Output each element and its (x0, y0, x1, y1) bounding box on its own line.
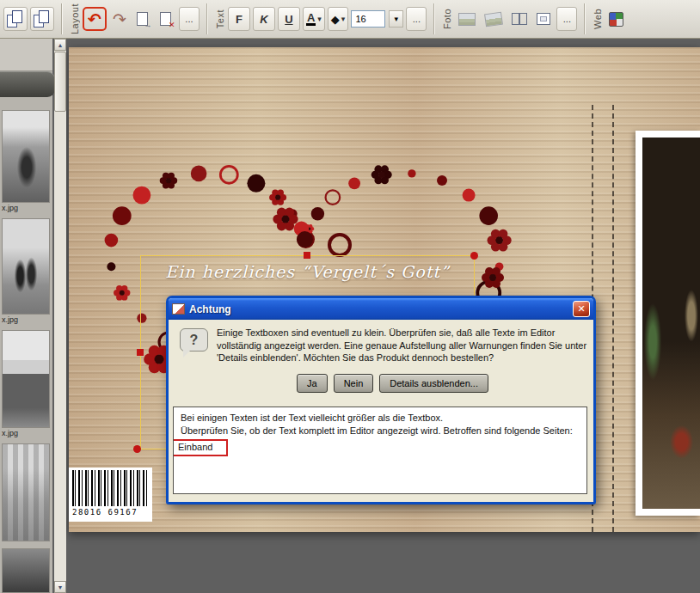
dialog-button-row: Ja Nein Details ausblenden... (297, 374, 488, 393)
toolbar-group-text-label: Text (215, 9, 225, 28)
columns-icon (512, 13, 527, 25)
redo-button[interactable]: ↷ (109, 7, 130, 31)
font-color-icon: A (306, 13, 316, 26)
scroll-up-button[interactable]: ▲ (54, 39, 66, 51)
italic-button[interactable]: K (253, 7, 275, 31)
photo-thumbnail-label: x.jpg (2, 429, 50, 438)
details-line: Überprüfen Sie, ob der Text komplett im … (181, 425, 580, 437)
cover-photo-frame[interactable] (636, 131, 700, 516)
frame-icon (537, 13, 550, 25)
details-panel: Bei einigen Texten ist der Text vielleic… (173, 407, 587, 494)
toolbar-separator (61, 3, 63, 34)
font-color-button[interactable]: A ▾ (303, 7, 325, 31)
photo-effect-button[interactable] (455, 7, 479, 31)
dialog-titlebar[interactable]: Achtung ✕ (169, 298, 593, 320)
photo-rotate-button[interactable] (482, 7, 506, 31)
toolbar-separator (433, 3, 435, 34)
cover-photo-image (642, 138, 700, 509)
dialog-app-icon (172, 303, 185, 315)
selection-handle[interactable] (133, 445, 141, 453)
photo-thumbnail-label: x.jpg (2, 315, 50, 325)
photo-thumbnail[interactable] (2, 548, 50, 593)
selection-handle[interactable] (470, 252, 478, 260)
details-line: Bei einigen Texten ist der Text vielleic… (181, 412, 580, 425)
photo-thumbnail-label: x.jpg (2, 204, 50, 213)
toolbar-group-layout-label: Layout (70, 3, 80, 34)
scroll-down-button[interactable]: ▼ (54, 581, 66, 593)
foto-more-button[interactable]: ... (556, 7, 577, 31)
no-button[interactable]: Nein (334, 374, 374, 393)
app-window: Layout ↶ ↷ → ✕ ... Text F K U A ▾ ◆ ▾ 16… (0, 0, 700, 593)
fold-line (612, 105, 614, 532)
yes-button[interactable]: Ja (297, 374, 328, 393)
toolbar-group-web-label: Web (593, 9, 603, 29)
redo-icon: ↷ (113, 11, 126, 28)
fill-color-icon: ◆ (331, 14, 340, 25)
bold-button[interactable]: F (228, 7, 250, 31)
underline-button[interactable]: U (278, 7, 300, 31)
affected-page-ref: Einband (173, 439, 228, 456)
layout-more-button[interactable]: ... (179, 7, 200, 31)
photo-thumbnail[interactable] (2, 330, 50, 428)
undo-icon: ↶ (88, 11, 101, 28)
barcode-digits: 28016 69167 (72, 508, 149, 517)
columns-layout-button[interactable] (508, 7, 531, 31)
delete-page-button[interactable]: ✕ (156, 7, 176, 31)
insert-page-button[interactable]: → (132, 7, 153, 31)
warning-dialog: Achtung ✕ ? Einige Textboxen sind eventu… (166, 296, 596, 504)
toolbar: Layout ↶ ↷ → ✕ ... Text F K U A ▾ ◆ ▾ 16… (0, 0, 700, 39)
dialog-title: Achtung (189, 303, 231, 315)
close-icon[interactable]: ✕ (573, 301, 590, 317)
copy-page-icon (7, 9, 24, 28)
photo-sidebar: x.jpg x.jpg x.jpg (0, 39, 52, 593)
selection-handle[interactable] (304, 252, 310, 259)
photo-frame-button[interactable] (533, 7, 554, 31)
insert-page-icon: → (137, 12, 148, 26)
barcode: 28016 69167 (69, 468, 152, 522)
font-size-dropdown-button[interactable]: ▾ (389, 10, 403, 28)
selection-handle[interactable] (137, 349, 144, 356)
toolbar-group-foto-label: Foto (442, 9, 452, 29)
photo-thumbnail[interactable] (2, 443, 50, 541)
photo-rotate-icon (484, 11, 503, 27)
web-gallery-button[interactable] (605, 7, 627, 31)
chevron-down-icon: ▾ (317, 15, 322, 23)
toolbar-separator (206, 3, 208, 34)
delete-page-icon: ✕ (160, 12, 171, 26)
photo-thumbnail[interactable] (2, 218, 50, 315)
dialog-body: ? Einige Textboxen sind eventuell zu kle… (169, 320, 593, 502)
sidebar-header (0, 39, 52, 71)
photo-icon (458, 13, 476, 26)
chevron-down-icon: ▾ (341, 15, 346, 23)
scrollbar-thumb[interactable] (54, 52, 66, 112)
web-gallery-icon (609, 12, 623, 27)
barcode-bars (72, 470, 149, 506)
cover-caption-text[interactable]: Ein herzliches “Vergelt´s Gott” (150, 262, 464, 281)
details-toggle-button[interactable]: Details ausblenden... (379, 374, 488, 393)
font-size-input[interactable]: 16 (351, 10, 385, 28)
sidebar-panel-tab[interactable] (0, 71, 55, 97)
undo-button[interactable]: ↶ (83, 7, 107, 31)
dialog-message: Einige Textboxen sind eventuell zu klein… (217, 327, 588, 364)
help-bubble-icon: ? (180, 328, 208, 352)
toolbar-separator (584, 3, 586, 34)
photo-thumbnail[interactable] (2, 110, 50, 203)
copy-page-button[interactable] (3, 7, 28, 31)
text-more-button[interactable]: ... (406, 7, 427, 31)
fill-color-button[interactable]: ◆ ▾ (328, 7, 349, 31)
paste-page-button[interactable] (30, 7, 54, 31)
sidebar-scrollbar[interactable]: ▲ ▼ (54, 39, 66, 593)
paste-page-icon (34, 9, 51, 28)
